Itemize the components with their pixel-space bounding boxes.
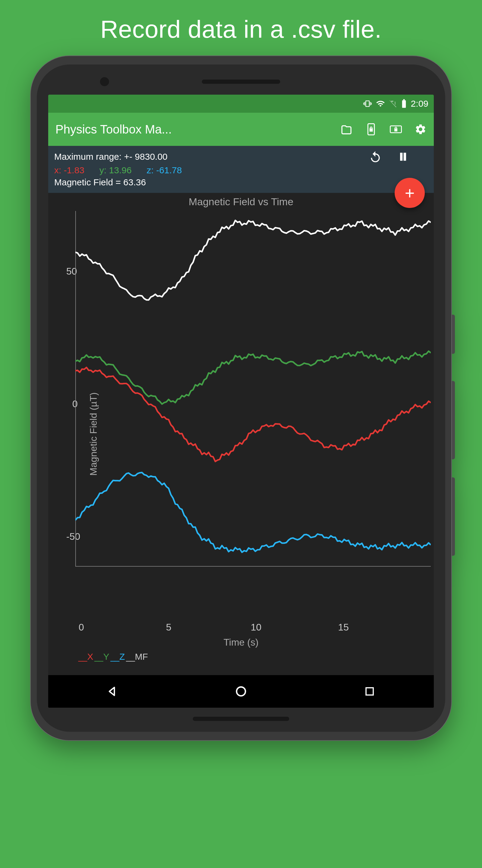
record-fab[interactable]: + bbox=[395, 178, 425, 208]
svg-rect-0 bbox=[402, 100, 406, 108]
no-sim-icon bbox=[389, 100, 397, 107]
pause-icon[interactable] bbox=[396, 150, 410, 163]
chart-x-axis-label: Time (s) bbox=[48, 637, 434, 648]
phone-speaker-top bbox=[202, 80, 280, 84]
landscape-lock-icon[interactable] bbox=[390, 123, 402, 135]
chart-x-tick: 15 bbox=[338, 622, 349, 633]
sensor-info-panel: Maximum range: +- 9830.00 x: -1.83 bbox=[48, 146, 434, 193]
phone-camera bbox=[100, 77, 109, 86]
magnetic-field-value: Magnetic Field = 63.36 bbox=[54, 177, 428, 187]
back-button[interactable] bbox=[104, 683, 121, 700]
portrait-lock-icon[interactable] bbox=[365, 123, 377, 135]
vibrate-icon bbox=[363, 99, 372, 108]
chart-title: Magnetic Field vs Time bbox=[48, 196, 434, 208]
chart-area[interactable]: + Magnetic Field vs Time Magnetic Field … bbox=[48, 193, 434, 675]
phone-speaker-bottom bbox=[193, 717, 289, 721]
android-nav-bar bbox=[48, 675, 434, 708]
y-value: y: 13.96 bbox=[99, 165, 132, 176]
battery-icon bbox=[401, 99, 407, 108]
wifi-icon bbox=[376, 99, 385, 108]
reset-icon[interactable] bbox=[369, 150, 382, 163]
plus-icon: + bbox=[405, 183, 415, 203]
folder-icon[interactable] bbox=[341, 123, 352, 135]
svg-rect-5 bbox=[395, 129, 397, 131]
app-bar: Physics Toolbox Ma... bbox=[48, 113, 434, 146]
max-range-label: Maximum range: +- 9830.00 bbox=[54, 152, 369, 162]
screen: 2:09 Physics Toolbox Ma... bbox=[48, 95, 434, 708]
status-bar: 2:09 bbox=[48, 95, 434, 113]
home-button[interactable] bbox=[232, 683, 250, 700]
app-title: Physics Toolbox Ma... bbox=[56, 123, 338, 136]
x-value: x: -1.83 bbox=[54, 165, 84, 176]
promo-headline: Record data in a .csv file. bbox=[0, 0, 482, 56]
phone-frame: 2:09 Physics Toolbox Ma... bbox=[30, 56, 452, 741]
svg-rect-1 bbox=[403, 99, 405, 100]
gear-icon[interactable] bbox=[415, 123, 426, 135]
svg-point-6 bbox=[236, 687, 245, 695]
svg-rect-7 bbox=[366, 688, 373, 695]
chart-x-tick: 0 bbox=[78, 622, 84, 633]
z-value: z: -61.78 bbox=[147, 165, 182, 176]
status-time: 2:09 bbox=[411, 98, 428, 109]
chart-legend: __X __Y __Z __MF bbox=[78, 652, 148, 662]
chart-x-tick: 10 bbox=[251, 622, 261, 633]
chart-x-tick: 5 bbox=[166, 622, 171, 633]
svg-rect-3 bbox=[370, 129, 372, 131]
recents-button[interactable] bbox=[361, 683, 378, 700]
chart-plot bbox=[75, 211, 431, 567]
